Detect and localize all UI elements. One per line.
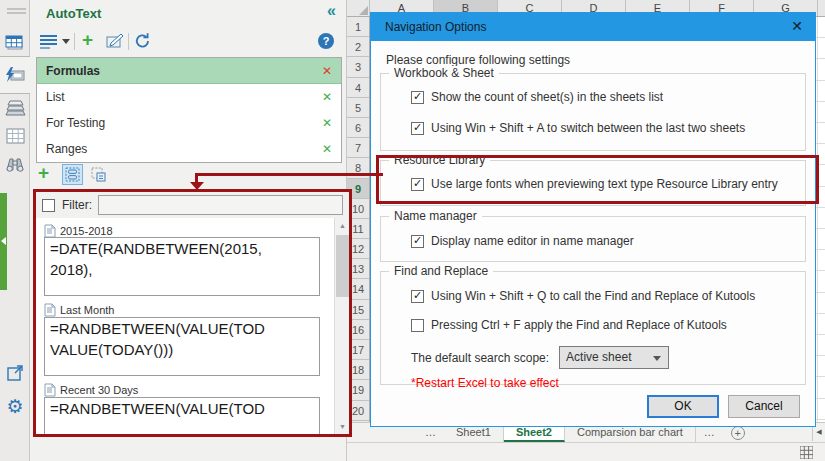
add-entry-button[interactable]: + [38, 164, 49, 182]
category-item-selected[interactable]: Formulas ✕ [37, 58, 341, 84]
document-icon [44, 383, 56, 397]
highlight-arrow-head [190, 182, 204, 190]
menu-caret-icon[interactable] [62, 39, 70, 44]
new-sheet-button[interactable]: + [731, 426, 745, 440]
popout-pane-button[interactable] [3, 360, 27, 384]
checkbox-checked[interactable]: ✓ [411, 91, 424, 104]
preview-view-button-selected[interactable] [62, 164, 83, 185]
group-legend: Name manager [389, 209, 482, 223]
search-scope-row: The default search scope: Active sheet [411, 346, 669, 369]
row-header[interactable]: 7 [347, 138, 369, 158]
entry-scrollbar[interactable]: ▲ ▼ [334, 218, 349, 434]
checkbox-checked[interactable]: ✓ [411, 235, 424, 248]
navigation-options-dialog: Navigation Options ✕ Please configure fo… [370, 12, 816, 427]
entry-label[interactable]: Recent 30 Days [44, 383, 138, 397]
entry-label[interactable]: Last Month [44, 303, 114, 317]
filter-checkbox[interactable] [42, 199, 55, 212]
filter-row: Filter: [36, 192, 349, 218]
edit-category-button[interactable] [106, 33, 124, 49]
pane-drag-handle[interactable] [7, 8, 26, 10]
category-list: Formulas ✕ List ✕ For Testing ✕ Ranges ✕ [36, 57, 342, 163]
refresh-button[interactable] [134, 32, 151, 49]
checkbox-unchecked[interactable] [411, 319, 424, 332]
checkbox-mark: ✓ [413, 289, 422, 302]
option-large-fonts[interactable]: ✓ Use large fonts when previewing text t… [411, 177, 778, 191]
row-header[interactable]: 2 [347, 37, 369, 57]
scrollbar-thumb[interactable] [336, 235, 349, 297]
filter-label: Filter: [62, 198, 92, 212]
checkbox-mark: ✓ [413, 121, 422, 134]
checkbox-checked[interactable]: ✓ [411, 122, 424, 135]
option-label: Show the count of sheet(s) in the sheets… [431, 90, 663, 104]
delete-category-icon[interactable]: ✕ [322, 64, 332, 78]
row-header[interactable]: 4 [347, 78, 369, 98]
list-menu-button[interactable] [40, 35, 57, 49]
group-workbook-sheet: Workbook & Sheet [380, 73, 806, 151]
group-legend: Workbook & Sheet [389, 66, 499, 80]
kutools-sidebar: ⚙ [0, 0, 30, 461]
entry-name: Recent 30 Days [60, 384, 138, 396]
settings-gear-button[interactable]: ⚙ [3, 394, 27, 418]
option-name-editor[interactable]: ✓ Display name editor in name manager [411, 234, 634, 248]
sidebar-tab-column-list[interactable] [3, 124, 27, 148]
option-show-sheet-count[interactable]: ✓ Show the count of sheet(s) in the shee… [411, 90, 663, 104]
filter-input[interactable] [98, 195, 343, 215]
ok-button[interactable]: OK [647, 395, 719, 418]
menu-line [40, 43, 57, 45]
delete-category-icon[interactable]: ✕ [322, 116, 332, 130]
close-icon[interactable]: ✕ [791, 18, 803, 34]
pane-collapse-bar[interactable] [0, 193, 7, 290]
entry-formula-preview[interactable]: =RANDBETWEEN(VALUE(TOD [44, 397, 320, 437]
add-category-button[interactable]: + [82, 31, 93, 49]
sidebar-tab-autotext-selected[interactable] [0, 56, 30, 94]
entry-label[interactable]: 2015-2018 [44, 224, 113, 238]
toolbar-separator [128, 33, 129, 50]
filter-highlight-region: Filter: 2015-2018 =DATE(RANDBETWEEN(2015… [33, 189, 352, 437]
option-label: Pressing Ctrl + F apply the Find and Rep… [431, 318, 727, 332]
row-header[interactable]: 1 [347, 17, 369, 37]
group-legend: Resource Library [389, 153, 490, 167]
pane-drag-handle[interactable] [7, 12, 26, 14]
category-item[interactable]: Ranges ✕ [37, 136, 341, 162]
row-header[interactable]: 6 [347, 118, 369, 138]
panel-collapse-button[interactable]: « [327, 2, 336, 20]
delete-category-icon[interactable]: ✕ [322, 142, 332, 156]
dialog-titlebar[interactable]: Navigation Options ✕ [371, 13, 815, 41]
row-header[interactable]: 3 [347, 57, 369, 77]
option-label: Using Win + Shift + Q to call the Find a… [431, 289, 755, 303]
help-button[interactable]: ? [318, 33, 334, 49]
document-icon [44, 303, 56, 317]
status-bar [347, 442, 825, 461]
delete-category-icon[interactable]: ✕ [322, 90, 332, 104]
entry-name: 2015-2018 [60, 225, 113, 237]
collapse-arrow-icon [1, 237, 6, 245]
list-view-button[interactable] [88, 164, 109, 185]
category-item[interactable]: For Testing ✕ [37, 110, 341, 136]
category-item[interactable]: List ✕ [37, 84, 341, 110]
sidebar-tab-clipboard-library[interactable] [3, 96, 27, 120]
entry-formula-preview[interactable]: =DATE(RANDBETWEEN(2015, 2018), [44, 237, 320, 296]
normal-view-icon[interactable] [800, 446, 813, 459]
scroll-up-icon[interactable]: ▲ [335, 218, 350, 233]
option-win-shift-a[interactable]: ✓ Using Win + Shift + A to switch betwee… [411, 121, 745, 135]
app-window: A B C D E F G 1 2 3 4 5 6 7 8 9 10 11 12… [0, 0, 825, 461]
option-label: Use large fonts when previewing text typ… [431, 177, 778, 191]
row-header[interactable]: 5 [347, 98, 369, 118]
checkbox-checked[interactable]: ✓ [411, 178, 424, 191]
sidebar-tab-find-binoculars[interactable] [3, 152, 27, 176]
option-ctrl-f[interactable]: Pressing Ctrl + F apply the Find and Rep… [411, 318, 727, 332]
menu-line [40, 39, 57, 41]
category-name: Formulas [46, 64, 322, 78]
scroll-down-icon[interactable]: ▼ [335, 419, 350, 434]
checkbox-checked[interactable]: ✓ [411, 290, 424, 303]
sidebar-tab-workbook-sheet[interactable] [3, 31, 27, 55]
cancel-button[interactable]: Cancel [728, 395, 800, 418]
select-all-corner[interactable] [347, 0, 370, 16]
document-icon [44, 224, 56, 238]
toolbar-separator [74, 33, 75, 50]
option-label: Display name editor in name manager [431, 234, 634, 248]
option-win-shift-q[interactable]: ✓ Using Win + Shift + Q to call the Find… [411, 289, 755, 303]
checkbox-mark: ✓ [413, 177, 422, 190]
entry-formula-preview[interactable]: =RANDBETWEEN(VALUE(TOD VALUE(TODAY())) [44, 317, 320, 376]
search-scope-select[interactable]: Active sheet [559, 346, 669, 369]
